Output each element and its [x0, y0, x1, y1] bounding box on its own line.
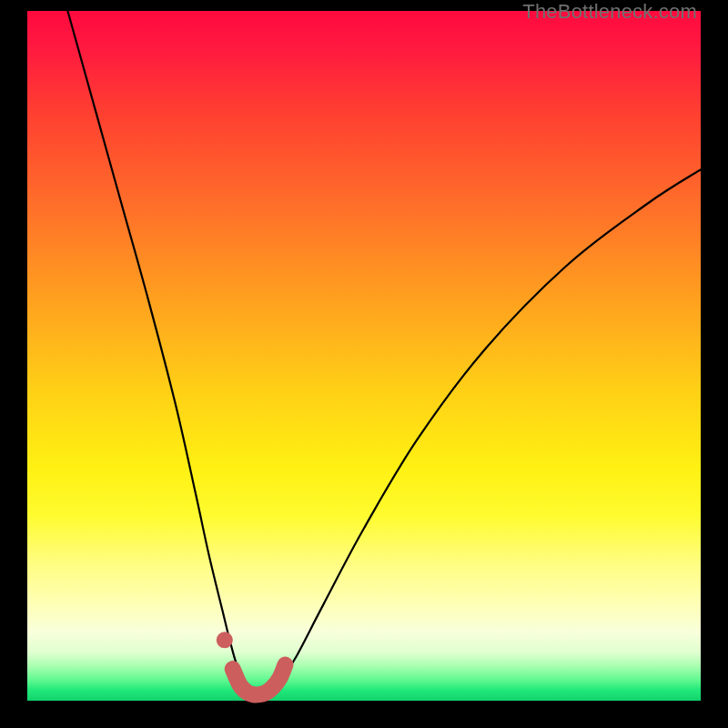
- highlight-segment: [233, 665, 286, 695]
- watermark-text: TheBottleneck.com: [522, 0, 697, 24]
- bottleneck-curve-line: [67, 11, 701, 696]
- highlight-dot: [217, 632, 233, 648]
- bottleneck-curve-svg: [0, 0, 728, 728]
